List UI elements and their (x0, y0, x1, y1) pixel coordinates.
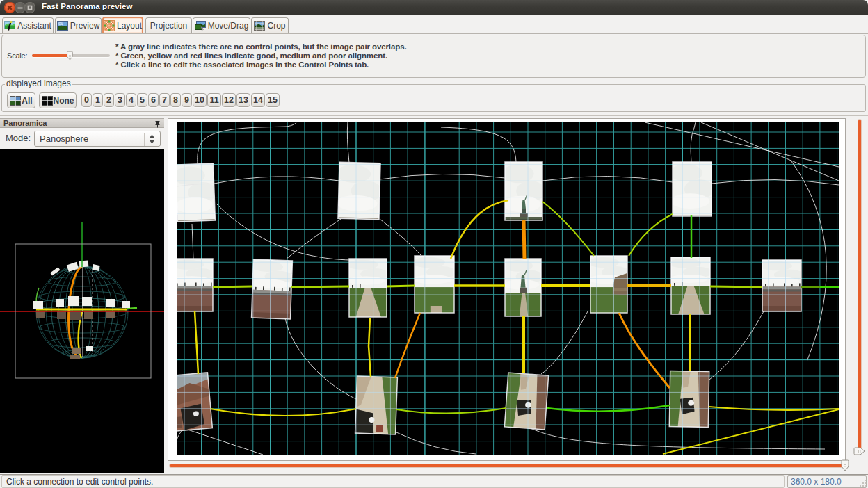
svg-text:GL: GL (58, 22, 63, 26)
